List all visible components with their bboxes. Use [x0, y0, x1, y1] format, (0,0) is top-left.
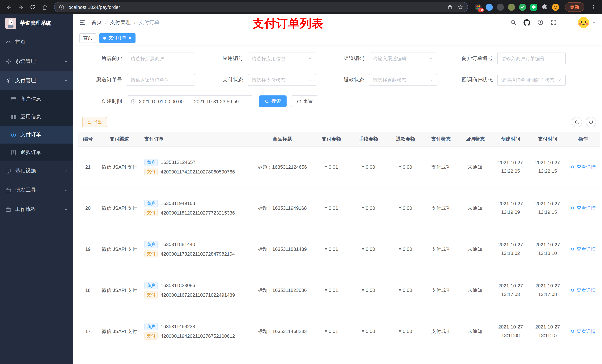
owner-input[interactable] — [131, 56, 191, 61]
view-detail-link[interactable]: 查看详情 — [570, 246, 596, 252]
view-detail-link[interactable]: 查看详情 — [570, 287, 596, 293]
view-detail-link[interactable]: 查看详情 — [570, 205, 596, 211]
share-icon[interactable] — [447, 4, 453, 10]
reset-button[interactable]: 重置 — [291, 95, 318, 107]
sidebar-item-workflow[interactable]: 工作流程 — [0, 200, 73, 219]
cell-amount: ¥ 0.01 — [313, 229, 350, 270]
breadcrumb-home[interactable]: 首页 — [91, 19, 102, 26]
sidebar-item-refund-order[interactable]: 退款订单 — [0, 144, 73, 161]
sidebar-item-label: 工作流程 — [15, 206, 36, 213]
app-select[interactable] — [248, 52, 316, 64]
cell-pay-order: 商户1635311881440 支付4200001173202110272847… — [141, 229, 252, 270]
pay-status-input[interactable] — [252, 77, 306, 83]
sidebar-item-app-info[interactable]: 应用信息 — [0, 108, 73, 126]
search-button[interactable]: 搜索 — [259, 95, 287, 107]
chevron-down-icon — [308, 78, 312, 82]
pay-status-select[interactable] — [248, 74, 316, 86]
sidebar-item-infra[interactable]: 基础设施 — [0, 161, 73, 180]
field-label: 回调商户状态 — [445, 77, 497, 83]
browser-profile-avatar[interactable] — [552, 3, 559, 10]
channel-code-select[interactable] — [369, 52, 437, 64]
extension-olive-icon[interactable] — [508, 3, 515, 10]
view-detail-link[interactable]: 查看详情 — [570, 328, 596, 335]
refund-status-select[interactable] — [369, 74, 437, 86]
bookmark-star-icon[interactable] — [457, 4, 463, 10]
extension-dark-icon[interactable] — [497, 3, 504, 10]
tag-home[interactable]: 首页 — [79, 33, 96, 43]
search-button-label: 搜索 — [271, 98, 281, 105]
sidebar: 芋道管理系统 首页 系统管理 支付管理 商户信息 — [0, 14, 73, 364]
filter-row-3: 创建时间 2021-10-01 00:00:00 - 2021-10-31 23… — [82, 95, 602, 107]
font-size-icon: TT — [564, 19, 571, 26]
merchant-order-no-input[interactable] — [501, 56, 562, 61]
cell-pay-order: 商户1635311468233 支付4200001194202110276752… — [141, 311, 252, 352]
browser-forward-button[interactable] — [16, 2, 26, 12]
clock-icon — [131, 99, 136, 104]
channel-code-input[interactable] — [373, 56, 427, 61]
extensions-puzzle-icon[interactable] — [541, 4, 548, 10]
browser-home-button[interactable] — [39, 2, 50, 12]
site-info-icon[interactable] — [59, 4, 64, 10]
notify-status-select[interactable] — [497, 74, 566, 86]
cell-actions: 查看详情 — [566, 270, 600, 311]
orders-table: 编号 支付渠道 支付订单 商品标题 支付金额 手续金额 退款金额 支付状态 回调… — [78, 132, 600, 364]
field-label: 商户订单编号 — [445, 55, 497, 62]
header-github-button[interactable] — [524, 19, 530, 26]
app-input[interactable] — [252, 56, 306, 61]
col-fee: 手续金额 — [350, 132, 387, 146]
cell-refund: ¥ 0.00 — [387, 229, 424, 270]
col-actions: 操作 — [566, 132, 600, 146]
view-detail-label: 查看详情 — [576, 205, 596, 211]
view-detail-link[interactable]: 查看详情 — [570, 164, 596, 170]
owner-select[interactable] — [127, 52, 195, 64]
reload-icon — [30, 4, 35, 10]
merchant-order-no: 1635311881440 — [161, 242, 195, 247]
extension-check-icon[interactable] — [519, 3, 526, 10]
sidebar-item-pay-order[interactable]: 支付订单 — [0, 126, 73, 144]
browser-reload-button[interactable] — [27, 2, 38, 12]
browser-back-button[interactable] — [4, 2, 14, 12]
browser-menu-button[interactable] — [588, 2, 598, 12]
forward-icon — [18, 4, 24, 10]
refund-status-input[interactable] — [373, 77, 427, 83]
extension-drop-icon[interactable] — [486, 3, 493, 10]
sidebar-item-dev-tools[interactable]: 研发工具 — [0, 180, 73, 200]
notify-status-input[interactable] — [501, 77, 555, 83]
extension-chat-icon[interactable] — [530, 3, 537, 10]
channel-order-no-input[interactable] — [131, 77, 191, 83]
kebab-menu-icon — [590, 4, 596, 10]
col-channel: 支付渠道 — [98, 132, 141, 146]
export-button[interactable]: 导出 — [82, 117, 107, 127]
tag-pay-order[interactable]: 支付订单 × — [99, 33, 135, 43]
sidebar-item-payment[interactable]: 支付管理 — [0, 71, 73, 90]
bank-card-icon — [10, 96, 17, 102]
view-detail-label: 查看详情 — [576, 287, 596, 293]
user-menu[interactable] — [578, 17, 596, 28]
tag-close-icon[interactable]: × — [129, 35, 131, 40]
merchant-order-no-field[interactable] — [497, 52, 566, 64]
merchant-order-no: 1635311823086 — [161, 283, 195, 288]
date-end: 2021-10-31 23:59:59 — [194, 99, 239, 104]
channel-order-no-field[interactable] — [127, 74, 195, 86]
sidebar-item-system[interactable]: 系统管理 — [0, 52, 73, 71]
address-bar[interactable]: localhost:1024/pay/order — [54, 2, 468, 12]
cell-pay-order: 商户1635311357136 — [141, 352, 252, 364]
create-time-range-picker[interactable]: 2021-10-01 00:00:00 - 2021-10-31 23:59:5… — [127, 95, 253, 107]
breadcrumb-payment[interactable]: 支付管理 — [110, 19, 131, 26]
toolbox-icon — [5, 187, 11, 193]
sidebar-item-home[interactable]: 首页 — [0, 32, 73, 52]
cell-refund: ¥ 0.00 — [387, 187, 424, 229]
header-help-button[interactable]: ? — [537, 19, 544, 26]
sidebar-item-merchant-info[interactable]: 商户信息 — [0, 90, 73, 108]
header-fontsize-button[interactable]: TT — [564, 19, 571, 26]
sidebar-collapse-button[interactable] — [79, 19, 86, 26]
merchant-badge: 商户 — [144, 158, 158, 166]
extension-colordots-icon[interactable]: 10 — [475, 3, 482, 10]
header-fullscreen-button[interactable] — [550, 19, 557, 26]
merchant-order-no: 1635311468233 — [161, 324, 195, 329]
refresh-table-button[interactable] — [586, 117, 596, 127]
toggle-search-button[interactable] — [572, 117, 582, 127]
browser-update-button[interactable]: 更新 — [565, 2, 584, 12]
header-search-button[interactable] — [510, 19, 516, 26]
sidebar-item-label: 商户信息 — [20, 96, 41, 103]
